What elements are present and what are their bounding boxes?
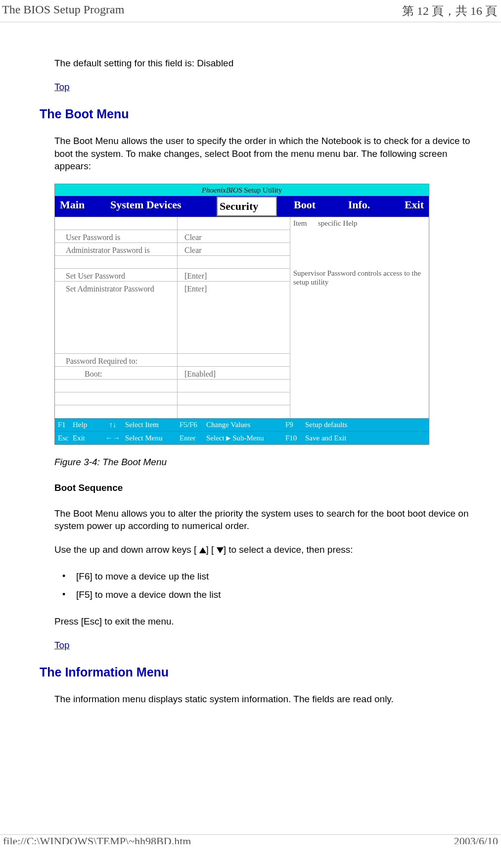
bios-row-empty <box>55 256 178 269</box>
bios-val-empty <box>178 392 290 405</box>
esc-text: Press [Esc] to exit the menu. <box>54 615 471 628</box>
updown-arrows-icon: ↑↓ <box>100 420 125 430</box>
bios-val-enter2: [Enter] <box>178 282 290 354</box>
top-link[interactable]: Top <box>54 639 70 652</box>
para2-pre: Use the up and down arrow keys [ <box>54 544 199 555</box>
bios-f-select-sub: Select Sub-Menu <box>206 433 285 443</box>
tab-main: Main <box>55 196 108 217</box>
bios-f-f10: F10 <box>285 433 305 443</box>
bios-title-prefix: PhoenixBIOS <box>202 186 242 194</box>
tab-info: Info. <box>332 196 386 217</box>
bios-f-select-menu: Select Menu <box>125 433 180 443</box>
boot-menu-heading: The Boot Menu <box>40 106 471 123</box>
tab-exit: Exit <box>386 196 429 217</box>
figure-caption: Figure 3-4: The Boot Menu <box>54 456 471 469</box>
bios-row-empty <box>55 405 178 418</box>
boot-menu-description: The Boot Menu allows the user to specify… <box>54 135 471 173</box>
triangle-right-icon <box>226 436 230 441</box>
bios-f-select-item: Select Item <box>125 420 180 430</box>
para2-mid: ] [ <box>206 544 217 555</box>
bios-footer: F1 Help ↑↓ Select Item F5/F6 Change Valu… <box>55 418 429 445</box>
info-menu-heading: The Information Menu <box>40 664 471 681</box>
bios-screenshot: PhoenixBIOS Setup Utility Main System De… <box>54 184 429 445</box>
page-header: The BIOS Setup Program 第 12 頁，共 16 頁 <box>0 0 501 22</box>
bios-f-f5f6: F5/F6 <box>180 420 206 430</box>
leftright-arrows-icon: ←→ <box>100 433 125 443</box>
list-item: [F6] to move a device up the list <box>59 567 471 586</box>
boot-sequence-para1: The Boot Menu allows you to alter the pr… <box>54 507 471 532</box>
bios-f-f1: F1 <box>58 420 73 430</box>
bios-help-item: Item specific Help <box>293 219 426 228</box>
bios-f-help: Help <box>73 420 100 430</box>
header-page-indicator: 第 12 頁，共 16 頁 <box>402 3 497 19</box>
arrow-down-icon <box>217 547 224 553</box>
bios-row-pw-required: Password Required to: <box>55 354 178 367</box>
bios-val-empty <box>178 217 290 230</box>
boot-sequence-para2: Use the up and down arrow keys [ ] [ ] t… <box>54 543 471 556</box>
header-title: The BIOS Setup Program <box>2 3 124 19</box>
bios-f-esc: Esc <box>58 433 73 443</box>
bios-row-set-user: Set User Password <box>55 269 178 282</box>
bios-row-boot-label: Boot: <box>55 367 178 380</box>
bios-help-pane: Item specific Help Supervisor Password c… <box>290 217 429 418</box>
bios-row-user-pw: User Password is <box>55 230 178 243</box>
bios-f-change-values: Change Values <box>206 420 285 430</box>
bios-f-select-sub-text: Select <box>206 434 225 442</box>
bios-row-set-admin: Set Administrator Password <box>55 282 178 354</box>
para2-post: ] to select a device, then press: <box>224 544 353 555</box>
bios-row-admin-pw: Administrator Password is <box>55 243 178 256</box>
bios-val-empty <box>178 380 290 392</box>
main-content: The default setting for this field is: D… <box>0 22 501 706</box>
list-item: [F5] to move a device down the list <box>59 585 471 604</box>
footer-path: file://C:\WINDOWS\TEMP\~hh98BD.htm <box>3 835 191 844</box>
bios-titlebar: PhoenixBIOS Setup Utility <box>55 184 429 196</box>
bios-f-exit: Exit <box>73 433 100 443</box>
boot-sequence-heading: Boot Sequence <box>54 482 471 494</box>
tab-security: Security <box>217 196 277 216</box>
bios-val-empty <box>178 256 290 269</box>
arrow-up-icon <box>199 547 206 553</box>
top-link[interactable]: Top <box>54 81 70 94</box>
bios-menubar: Main System Devices Security Boot Info. … <box>55 196 429 217</box>
page-footer: file://C:\WINDOWS\TEMP\~hh98BD.htm 2003/… <box>0 834 501 844</box>
bios-f-setup-defaults: Setup defaults <box>305 420 347 430</box>
bios-row-empty <box>55 217 178 230</box>
footer-date: 2003/6/10 <box>454 835 498 844</box>
bios-row-empty <box>55 380 178 392</box>
bios-body: User Password is Administrator Password … <box>55 217 429 418</box>
bios-f-save-exit: Save and Exit <box>305 433 346 443</box>
bios-val-empty <box>178 354 290 367</box>
info-menu-description: The information menu displays static sys… <box>54 693 471 706</box>
bios-f-sub-menu-text: Sub-Menu <box>232 434 264 442</box>
bios-f-enter: Enter <box>180 433 206 443</box>
tab-system-devices: System Devices <box>108 196 216 217</box>
bullet-list: [F6] to move a device up the list [F5] t… <box>59 567 471 604</box>
bios-val-clear2: Clear <box>178 243 290 256</box>
bios-val-empty <box>178 405 290 418</box>
default-setting-text: The default setting for this field is: D… <box>54 57 471 70</box>
bios-val-enter1: [Enter] <box>178 269 290 282</box>
bios-help-supervisor: Supervisor Password controls access to t… <box>293 269 426 288</box>
bios-f-f9: F9 <box>285 420 305 430</box>
bios-val-clear1: Clear <box>178 230 290 243</box>
bios-title-suffix: Setup Utility <box>242 186 282 194</box>
tab-boot: Boot <box>277 196 332 217</box>
bios-row-empty <box>55 392 178 405</box>
bios-val-enabled: [Enabled] <box>178 367 290 380</box>
